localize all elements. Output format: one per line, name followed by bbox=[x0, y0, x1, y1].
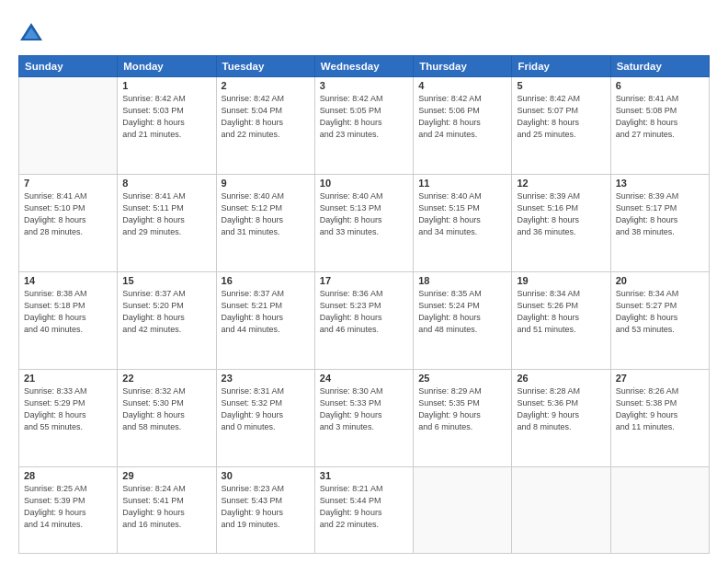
calendar-cell: 22Sunrise: 8:32 AM Sunset: 5:30 PM Dayli… bbox=[118, 369, 216, 466]
day-info: Sunrise: 8:25 AM Sunset: 5:39 PM Dayligh… bbox=[24, 483, 112, 531]
day-info: Sunrise: 8:32 AM Sunset: 5:30 PM Dayligh… bbox=[122, 385, 210, 433]
day-number: 10 bbox=[320, 178, 408, 189]
day-info: Sunrise: 8:31 AM Sunset: 5:32 PM Dayligh… bbox=[222, 385, 310, 433]
calendar-cell: 1Sunrise: 8:42 AM Sunset: 5:03 PM Daylig… bbox=[118, 77, 216, 175]
week-row-3: 21Sunrise: 8:33 AM Sunset: 5:29 PM Dayli… bbox=[19, 369, 710, 466]
day-number: 12 bbox=[517, 178, 605, 189]
day-info: Sunrise: 8:24 AM Sunset: 5:41 PM Dayligh… bbox=[122, 483, 210, 531]
day-info: Sunrise: 8:37 AM Sunset: 5:20 PM Dayligh… bbox=[122, 288, 210, 336]
day-number: 2 bbox=[222, 80, 310, 91]
day-number: 20 bbox=[616, 275, 704, 286]
day-number: 19 bbox=[517, 275, 605, 286]
day-info: Sunrise: 8:41 AM Sunset: 5:08 PM Dayligh… bbox=[616, 93, 704, 141]
calendar-cell: 23Sunrise: 8:31 AM Sunset: 5:32 PM Dayli… bbox=[216, 369, 314, 466]
day-number: 1 bbox=[122, 80, 210, 91]
calendar-cell: 10Sunrise: 8:40 AM Sunset: 5:13 PM Dayli… bbox=[314, 174, 413, 271]
week-row-4: 28Sunrise: 8:25 AM Sunset: 5:39 PM Dayli… bbox=[19, 466, 710, 554]
calendar-cell: 25Sunrise: 8:29 AM Sunset: 5:35 PM Dayli… bbox=[414, 369, 512, 466]
day-number: 16 bbox=[222, 275, 310, 286]
calendar-cell: 2Sunrise: 8:42 AM Sunset: 5:04 PM Daylig… bbox=[216, 77, 314, 175]
calendar-cell bbox=[610, 466, 709, 554]
calendar-body: 1Sunrise: 8:42 AM Sunset: 5:03 PM Daylig… bbox=[19, 77, 710, 554]
calendar-cell: 27Sunrise: 8:26 AM Sunset: 5:38 PM Dayli… bbox=[610, 369, 709, 466]
header-cell-wednesday: Wednesday bbox=[314, 56, 413, 77]
day-number: 13 bbox=[616, 178, 704, 189]
day-info: Sunrise: 8:41 AM Sunset: 5:11 PM Dayligh… bbox=[122, 190, 210, 238]
day-number: 18 bbox=[418, 275, 506, 286]
header-row: SundayMondayTuesdayWednesdayThursdayFrid… bbox=[19, 56, 710, 77]
day-info: Sunrise: 8:26 AM Sunset: 5:38 PM Dayligh… bbox=[616, 385, 704, 433]
day-info: Sunrise: 8:36 AM Sunset: 5:23 PM Dayligh… bbox=[320, 288, 408, 336]
calendar-cell: 26Sunrise: 8:28 AM Sunset: 5:36 PM Dayli… bbox=[512, 369, 610, 466]
day-number: 4 bbox=[418, 80, 506, 91]
day-info: Sunrise: 8:42 AM Sunset: 5:03 PM Dayligh… bbox=[122, 93, 210, 141]
day-number: 28 bbox=[24, 470, 112, 481]
logo-icon bbox=[18, 20, 44, 46]
calendar-cell bbox=[19, 77, 118, 175]
day-number: 25 bbox=[418, 373, 506, 384]
calendar-cell: 17Sunrise: 8:36 AM Sunset: 5:23 PM Dayli… bbox=[314, 271, 413, 369]
calendar-cell: 3Sunrise: 8:42 AM Sunset: 5:05 PM Daylig… bbox=[314, 77, 413, 175]
day-info: Sunrise: 8:42 AM Sunset: 5:05 PM Dayligh… bbox=[320, 93, 408, 141]
day-info: Sunrise: 8:42 AM Sunset: 5:04 PM Dayligh… bbox=[222, 93, 310, 141]
calendar-cell: 9Sunrise: 8:40 AM Sunset: 5:12 PM Daylig… bbox=[216, 174, 314, 271]
calendar-cell: 28Sunrise: 8:25 AM Sunset: 5:39 PM Dayli… bbox=[19, 466, 118, 554]
calendar-cell: 20Sunrise: 8:34 AM Sunset: 5:27 PM Dayli… bbox=[610, 271, 709, 369]
day-number: 22 bbox=[122, 373, 210, 384]
day-info: Sunrise: 8:38 AM Sunset: 5:18 PM Dayligh… bbox=[24, 288, 112, 336]
calendar-cell: 19Sunrise: 8:34 AM Sunset: 5:26 PM Dayli… bbox=[512, 271, 610, 369]
header bbox=[18, 17, 710, 46]
day-number: 7 bbox=[24, 178, 112, 189]
calendar-cell: 31Sunrise: 8:21 AM Sunset: 5:44 PM Dayli… bbox=[314, 466, 413, 554]
day-number: 23 bbox=[222, 373, 310, 384]
day-info: Sunrise: 8:37 AM Sunset: 5:21 PM Dayligh… bbox=[222, 288, 310, 336]
day-info: Sunrise: 8:29 AM Sunset: 5:35 PM Dayligh… bbox=[418, 385, 506, 433]
calendar-cell: 13Sunrise: 8:39 AM Sunset: 5:17 PM Dayli… bbox=[610, 174, 709, 271]
day-info: Sunrise: 8:21 AM Sunset: 5:44 PM Dayligh… bbox=[320, 483, 408, 531]
day-info: Sunrise: 8:39 AM Sunset: 5:17 PM Dayligh… bbox=[616, 190, 704, 238]
calendar-cell: 16Sunrise: 8:37 AM Sunset: 5:21 PM Dayli… bbox=[216, 271, 314, 369]
day-number: 21 bbox=[24, 373, 112, 384]
day-info: Sunrise: 8:40 AM Sunset: 5:13 PM Dayligh… bbox=[320, 190, 408, 238]
calendar-cell bbox=[414, 466, 512, 554]
calendar-cell: 12Sunrise: 8:39 AM Sunset: 5:16 PM Dayli… bbox=[512, 174, 610, 271]
week-row-1: 7Sunrise: 8:41 AM Sunset: 5:10 PM Daylig… bbox=[19, 174, 710, 271]
calendar-cell: 8Sunrise: 8:41 AM Sunset: 5:11 PM Daylig… bbox=[118, 174, 216, 271]
day-info: Sunrise: 8:41 AM Sunset: 5:10 PM Dayligh… bbox=[24, 190, 112, 238]
day-number: 14 bbox=[24, 275, 112, 286]
calendar-cell: 24Sunrise: 8:30 AM Sunset: 5:33 PM Dayli… bbox=[314, 369, 413, 466]
day-number: 11 bbox=[418, 178, 506, 189]
calendar-cell: 11Sunrise: 8:40 AM Sunset: 5:15 PM Dayli… bbox=[414, 174, 512, 271]
header-cell-monday: Monday bbox=[118, 56, 216, 77]
day-info: Sunrise: 8:39 AM Sunset: 5:16 PM Dayligh… bbox=[517, 190, 605, 238]
calendar-cell: 21Sunrise: 8:33 AM Sunset: 5:29 PM Dayli… bbox=[19, 369, 118, 466]
day-info: Sunrise: 8:33 AM Sunset: 5:29 PM Dayligh… bbox=[24, 385, 112, 433]
header-cell-friday: Friday bbox=[512, 56, 610, 77]
week-row-2: 14Sunrise: 8:38 AM Sunset: 5:18 PM Dayli… bbox=[19, 271, 710, 369]
week-row-0: 1Sunrise: 8:42 AM Sunset: 5:03 PM Daylig… bbox=[19, 77, 710, 175]
day-number: 8 bbox=[122, 178, 210, 189]
calendar-cell: 15Sunrise: 8:37 AM Sunset: 5:20 PM Dayli… bbox=[118, 271, 216, 369]
day-info: Sunrise: 8:40 AM Sunset: 5:12 PM Dayligh… bbox=[222, 190, 310, 238]
calendar-cell: 30Sunrise: 8:23 AM Sunset: 5:43 PM Dayli… bbox=[216, 466, 314, 554]
calendar-cell: 29Sunrise: 8:24 AM Sunset: 5:41 PM Dayli… bbox=[118, 466, 216, 554]
day-info: Sunrise: 8:28 AM Sunset: 5:36 PM Dayligh… bbox=[517, 385, 605, 433]
day-number: 27 bbox=[616, 373, 704, 384]
day-info: Sunrise: 8:34 AM Sunset: 5:26 PM Dayligh… bbox=[517, 288, 605, 336]
calendar-cell: 5Sunrise: 8:42 AM Sunset: 5:07 PM Daylig… bbox=[512, 77, 610, 175]
day-number: 24 bbox=[320, 373, 408, 384]
day-number: 26 bbox=[517, 373, 605, 384]
day-number: 3 bbox=[320, 80, 408, 91]
day-number: 29 bbox=[122, 470, 210, 481]
calendar-cell: 14Sunrise: 8:38 AM Sunset: 5:18 PM Dayli… bbox=[19, 271, 118, 369]
calendar-cell: 6Sunrise: 8:41 AM Sunset: 5:08 PM Daylig… bbox=[610, 77, 709, 175]
day-number: 5 bbox=[517, 80, 605, 91]
day-number: 17 bbox=[320, 275, 408, 286]
calendar-cell: 18Sunrise: 8:35 AM Sunset: 5:24 PM Dayli… bbox=[414, 271, 512, 369]
page: SundayMondayTuesdayWednesdayThursdayFrid… bbox=[0, 0, 728, 563]
header-cell-saturday: Saturday bbox=[610, 56, 709, 77]
logo bbox=[18, 20, 48, 46]
day-number: 9 bbox=[222, 178, 310, 189]
day-number: 31 bbox=[320, 470, 408, 481]
day-info: Sunrise: 8:42 AM Sunset: 5:06 PM Dayligh… bbox=[418, 93, 506, 141]
